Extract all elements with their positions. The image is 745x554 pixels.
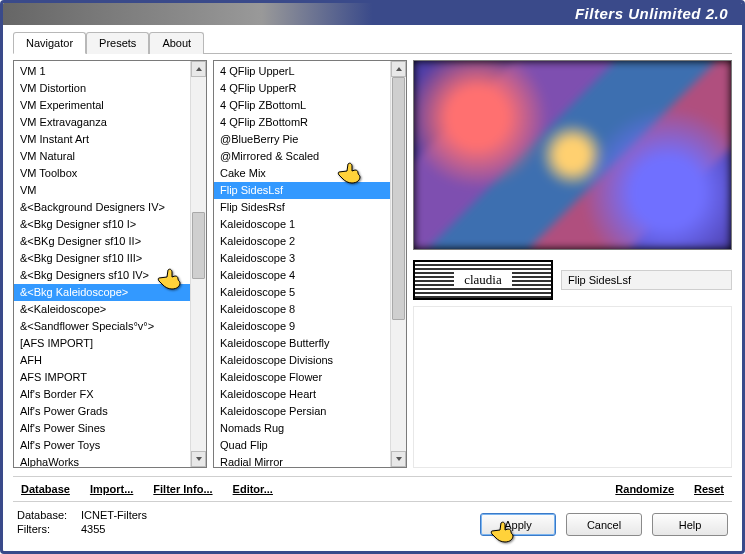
tab-about[interactable]: About	[149, 32, 204, 54]
filter-info-link[interactable]: Filter Info...	[147, 483, 218, 495]
link-toolbar: Database Import... Filter Info... Editor…	[13, 476, 732, 502]
stamp-text: claudia	[454, 272, 512, 288]
list-item[interactable]: Flip SidesLsf	[214, 182, 406, 199]
filter-list-pane: 4 QFlip UpperL4 QFlip UpperR4 QFlip ZBot…	[213, 60, 407, 468]
list-item[interactable]: &<BKg Designer sf10 II>	[14, 233, 206, 250]
scroll-up-button[interactable]	[391, 61, 406, 77]
scroll-down-button[interactable]	[191, 451, 206, 467]
randomize-link[interactable]: Randomize	[609, 483, 680, 495]
list-item[interactable]: VM	[14, 182, 206, 199]
list-item[interactable]: AFH	[14, 352, 206, 369]
list-item[interactable]: VM Distortion	[14, 80, 206, 97]
list-item[interactable]: Kaleidoscope 3	[214, 250, 406, 267]
editor-link[interactable]: Editor...	[227, 483, 279, 495]
list-item[interactable]: Radial Mirror	[214, 454, 406, 467]
list-item[interactable]: Cake Mix	[214, 165, 406, 182]
app-title: Filters Unlimited 2.0	[575, 5, 728, 22]
list-item[interactable]: AFS IMPORT	[14, 369, 206, 386]
tab-strip: NavigatorPresetsAbout	[13, 31, 732, 54]
list-item[interactable]: Alf's Power Grads	[14, 403, 206, 420]
list-item[interactable]: Kaleidoscope Divisions	[214, 352, 406, 369]
list-item[interactable]: 4 QFlip UpperL	[214, 63, 406, 80]
list-item[interactable]: @Mirrored & Scaled	[214, 148, 406, 165]
tab-presets[interactable]: Presets	[86, 32, 149, 54]
category-scrollbar[interactable]	[190, 61, 206, 467]
scroll-up-button[interactable]	[191, 61, 206, 77]
database-info: Database:ICNET-Filters Filters:4355	[17, 508, 147, 536]
title-bar: Filters Unlimited 2.0	[3, 3, 742, 25]
list-item[interactable]: Alf's Power Sines	[14, 420, 206, 437]
list-item[interactable]: Kaleidoscope 4	[214, 267, 406, 284]
footer: Database:ICNET-Filters Filters:4355 Appl…	[13, 502, 732, 538]
list-item[interactable]: Kaleidoscope Persian	[214, 403, 406, 420]
list-item[interactable]: AlphaWorks	[14, 454, 206, 467]
list-item[interactable]: Nomads Rug	[214, 420, 406, 437]
db-label: Database:	[17, 508, 75, 522]
list-item[interactable]: VM Instant Art	[14, 131, 206, 148]
list-item[interactable]: Alf's Border FX	[14, 386, 206, 403]
list-item[interactable]: Kaleidoscope 5	[214, 284, 406, 301]
list-item[interactable]: &<Bkg Designer sf10 I>	[14, 216, 206, 233]
list-item[interactable]: [AFS IMPORT]	[14, 335, 206, 352]
list-item[interactable]: VM Extravaganza	[14, 114, 206, 131]
list-item[interactable]: Kaleidoscope 9	[214, 318, 406, 335]
list-item[interactable]: Alf's Power Toys	[14, 437, 206, 454]
apply-button[interactable]: Apply	[480, 513, 556, 536]
preview-image	[413, 60, 732, 250]
scroll-down-button[interactable]	[391, 451, 406, 467]
list-item[interactable]: VM Experimental	[14, 97, 206, 114]
preview-pane: claudia Flip SidesLsf	[413, 60, 732, 468]
list-item[interactable]: &<Bkg Kaleidoscope>	[14, 284, 206, 301]
list-item[interactable]: Kaleidoscope Butterfly	[214, 335, 406, 352]
import-link[interactable]: Import...	[84, 483, 139, 495]
category-list[interactable]: VM 1VM DistortionVM ExperimentalVM Extra…	[14, 61, 206, 467]
list-item[interactable]: 4 QFlip ZBottomL	[214, 97, 406, 114]
filter-list[interactable]: 4 QFlip UpperL4 QFlip UpperR4 QFlip ZBot…	[214, 61, 406, 467]
reset-link[interactable]: Reset	[688, 483, 730, 495]
list-item[interactable]: &<Background Designers IV>	[14, 199, 206, 216]
list-item[interactable]: Kaleidoscope Flower	[214, 369, 406, 386]
list-item[interactable]: @BlueBerry Pie	[214, 131, 406, 148]
help-button[interactable]: Help	[652, 513, 728, 536]
filters-label: Filters:	[17, 522, 75, 536]
list-item[interactable]: VM Natural	[14, 148, 206, 165]
parameters-area	[413, 306, 732, 468]
list-item[interactable]: &<Sandflower Specials°v°>	[14, 318, 206, 335]
list-item[interactable]: 4 QFlip UpperR	[214, 80, 406, 97]
current-filter-name: Flip SidesLsf	[561, 270, 732, 290]
filter-scrollbar[interactable]	[390, 61, 406, 467]
list-item[interactable]: 4 QFlip ZBottomR	[214, 114, 406, 131]
list-item[interactable]: VM Toolbox	[14, 165, 206, 182]
category-list-pane: VM 1VM DistortionVM ExperimentalVM Extra…	[13, 60, 207, 468]
list-item[interactable]: Quad Flip	[214, 437, 406, 454]
list-item[interactable]: Kaleidoscope 1	[214, 216, 406, 233]
list-item[interactable]: &<Kaleidoscope>	[14, 301, 206, 318]
database-link[interactable]: Database	[15, 483, 76, 495]
list-item[interactable]: &<Bkg Designers sf10 IV>	[14, 267, 206, 284]
cancel-button[interactable]: Cancel	[566, 513, 642, 536]
tab-navigator[interactable]: Navigator	[13, 32, 86, 54]
list-item[interactable]: &<Bkg Designer sf10 III>	[14, 250, 206, 267]
scroll-thumb[interactable]	[392, 77, 405, 320]
db-value: ICNET-Filters	[81, 508, 147, 522]
list-item[interactable]: Kaleidoscope 2	[214, 233, 406, 250]
list-item[interactable]: Flip SidesRsf	[214, 199, 406, 216]
scroll-thumb[interactable]	[192, 212, 205, 279]
filters-value: 4355	[81, 522, 105, 536]
list-item[interactable]: Kaleidoscope 8	[214, 301, 406, 318]
list-item[interactable]: VM 1	[14, 63, 206, 80]
author-stamp: claudia	[413, 260, 553, 300]
list-item[interactable]: Kaleidoscope Heart	[214, 386, 406, 403]
